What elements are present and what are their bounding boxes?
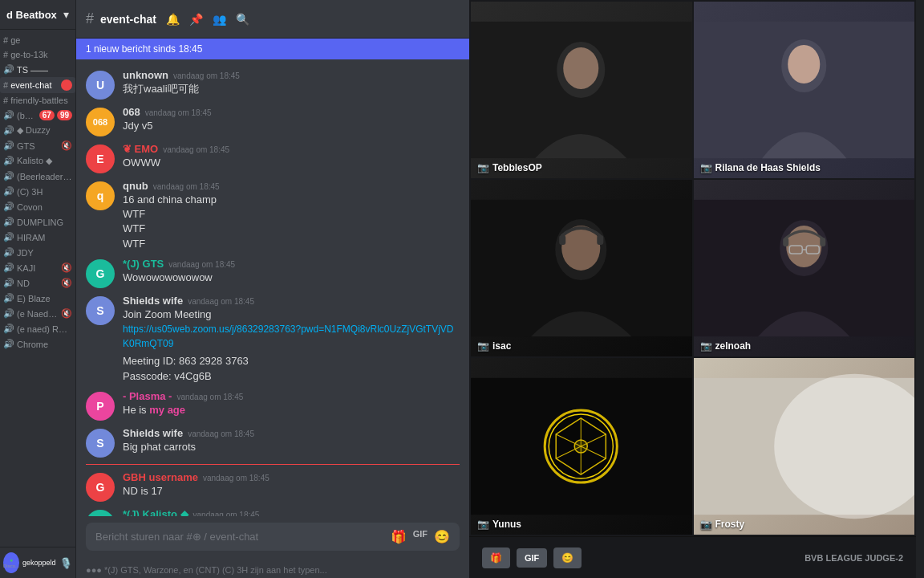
voice-icon-dumpling: 🔊 xyxy=(3,217,14,227)
voice-icon-nd: 🔊 xyxy=(3,278,14,288)
sidebar-item-roman[interactable]: 🔊 (e naed) Roman... xyxy=(0,321,75,336)
sidebar-item-beerleader[interactable]: 🔊 (Beerleader) Sh... xyxy=(0,169,75,184)
hash-icon: # xyxy=(3,35,8,45)
message-content-7: - Plasma - vandaag om 18:45 He is my age xyxy=(123,390,460,421)
channel-list: # ge # ge-to-13k 🔊 TS —— # event-chat # … xyxy=(0,30,75,547)
message-header-3: ❦ EMO vandaag om 18:45 xyxy=(123,143,460,155)
sidebar-item-eblaze[interactable]: 🔊 E) Blaze xyxy=(0,291,75,306)
sidebar-item-ge-to-13k[interactable]: # ge-to-13k xyxy=(0,47,75,62)
channel-name-covon: Covon xyxy=(17,202,72,212)
sidebar-item-nd[interactable]: 🔊 ND 🔇 xyxy=(0,275,75,291)
svg-rect-18 xyxy=(820,238,825,246)
pin-icon[interactable]: 📌 xyxy=(189,13,203,26)
mic-icon[interactable]: 🎙️ xyxy=(59,557,72,569)
new-message-notification[interactable]: 1 nieuw bericht sinds 18:45 xyxy=(76,39,469,59)
gift-button[interactable]: 🎁 xyxy=(482,547,510,568)
badge-99: 99 xyxy=(57,110,72,120)
sidebar-item-dumpling[interactable]: 🔊 DUMPLING xyxy=(0,214,75,230)
message-text-3: OWWW xyxy=(123,156,460,170)
server-name-label: BVB LEAGUE JUDGE-2 xyxy=(804,553,903,563)
participant-name-tebblesop: 📷 TebblesOP xyxy=(477,162,542,173)
sidebar-item-gts[interactable]: 🔊 GTS 🔇 xyxy=(0,138,75,153)
svg-point-2 xyxy=(563,47,598,89)
message-text-4b: WTF xyxy=(123,207,460,222)
timestamp-6: vandaag om 18:45 xyxy=(188,297,254,306)
svg-point-26 xyxy=(574,440,587,453)
channel-name-eblaze: E) Blaze xyxy=(17,294,72,303)
message-header-6: Shields wife vandaag om 18:45 xyxy=(123,295,460,307)
chevron-down-icon: ▾ xyxy=(63,8,69,21)
avatar-7: P xyxy=(86,392,115,421)
author-8: Shields wife xyxy=(123,427,183,439)
participant-name-zelnoah: 📷 zelnoah xyxy=(700,340,752,352)
server-header[interactable]: d Beatbox ▾ xyxy=(0,0,75,30)
video-tile-frosty[interactable]: 📷 Frosty xyxy=(694,358,915,535)
gift-icon[interactable]: 🎁 xyxy=(391,529,407,544)
sidebar-item-kalisto[interactable]: 🔊 Kalisto ◆ xyxy=(0,153,75,169)
server-info: BVB LEAGUE JUDGE-2 xyxy=(804,553,903,563)
message-text-5: Wowowowowowow xyxy=(123,271,460,285)
channel-name-roman: (e naed) Roman... xyxy=(17,324,72,334)
author-5: *(J) GTS xyxy=(123,258,164,270)
sidebar-item-chrome[interactable]: 🔊 Chrome xyxy=(0,336,75,352)
chat-input[interactable] xyxy=(95,531,384,543)
badge-67: 67 xyxy=(39,110,55,120)
members-icon[interactable]: 👥 xyxy=(213,13,226,26)
sidebar-item-duzzy[interactable]: 🔊 ◆ Duzzy xyxy=(0,123,75,138)
channel-name-paxan: (e Naed) PAXAN xyxy=(17,309,59,319)
sidebar-item-event-chat[interactable]: # event-chat xyxy=(0,77,75,93)
sidebar-item-friendly-battles[interactable]: # friendly-battles xyxy=(0,93,75,108)
participant-name-rilana: 📷 Rilana de Haas Shields xyxy=(700,162,821,173)
chat-input-area: 🎁 GIF 😊 xyxy=(76,516,469,564)
video-tile-rilana[interactable]: 📷 Rilana de Haas Shields xyxy=(694,2,915,178)
message-header-9: GBH username vandaag om 18:45 xyxy=(123,471,460,483)
sidebar-item-paxan[interactable]: 🔊 (e Naed) PAXAN 🔇 xyxy=(0,306,75,321)
user-status: ● xyxy=(10,557,13,563)
channel-name-ge-to-13k: ge-to-13k xyxy=(10,50,72,59)
mute-icon-paxan: 🔇 xyxy=(61,308,72,319)
sidebar-item-covon[interactable]: 🔊 Covon xyxy=(0,199,75,214)
sidebar-item-jdy[interactable]: 🔊 JDY xyxy=(0,245,75,260)
avatar-3: E xyxy=(86,144,115,173)
message-5: G *(J) GTS vandaag om 18:45 Wowowowowowo… xyxy=(76,254,469,291)
gif-icon[interactable]: GIF xyxy=(413,529,428,544)
bell-icon[interactable]: 🔔 xyxy=(166,13,180,26)
video-tile-yunus[interactable]: 📷 Yunus xyxy=(471,358,692,535)
chat-panel: # event-chat 🔔 📌 👥 🔍 1 nieuw bericht sin… xyxy=(76,0,469,578)
emoji-icon[interactable]: 😊 xyxy=(434,529,450,544)
zoom-link[interactable]: https://us05web.zoom.us/j/86329283763?pw… xyxy=(123,324,454,349)
sidebar: d Beatbox ▾ # ge # ge-to-13k 🔊 TS —— # e… xyxy=(0,0,76,578)
voice-icon-jdy: 🔊 xyxy=(3,247,14,258)
cam-icon-rilana: 📷 xyxy=(700,162,712,173)
message-3: E ❦ EMO vandaag om 18:45 OWWW xyxy=(76,140,469,177)
sidebar-item-kaji[interactable]: 🔊 KAJI 🔇 xyxy=(0,260,75,275)
voice-icon-paxan: 🔊 xyxy=(3,308,14,319)
gif-button[interactable]: GIF xyxy=(517,548,547,568)
server-name: d Beatbox xyxy=(6,9,57,21)
emoji-button[interactable]: 😊 xyxy=(553,547,582,568)
timestamp-3: vandaag om 18:45 xyxy=(163,145,229,154)
author-7: - Plasma - xyxy=(123,390,172,402)
svg-rect-17 xyxy=(783,238,788,246)
video-controls-right: BVB LEAGUE JUDGE-2 xyxy=(804,553,903,563)
sidebar-item-ge[interactable]: # ge xyxy=(0,33,75,47)
hash-icon-4: # xyxy=(3,96,8,105)
search-icon[interactable]: 🔍 xyxy=(236,13,249,26)
voice-icon-ts: 🔊 xyxy=(3,64,14,75)
video-tile-zelnoah[interactable]: 📷 zelnoah xyxy=(694,180,915,356)
sidebar-item-hiram[interactable]: 🔊 HIRAM xyxy=(0,230,75,245)
mute-icon-nd: 🔇 xyxy=(61,278,72,288)
message-header-1: unknown vandaag om 18:45 xyxy=(123,69,460,81)
video-tile-isac[interactable]: 📷 isac xyxy=(471,180,692,356)
user-status-text: Disco... xyxy=(3,564,19,568)
video-tile-tebblesop[interactable]: 📷 TebblesOP xyxy=(471,2,692,178)
timestamp-1: vandaag om 18:45 xyxy=(173,71,240,80)
message-content-5: *(J) GTS vandaag om 18:45 Wowowowowowow xyxy=(123,258,460,288)
sidebar-item-ts[interactable]: 🔊 TS —— xyxy=(0,62,75,77)
sidebar-item-beeb-league[interactable]: 🔊 (beeb) 67 99 xyxy=(0,108,75,123)
message-text-7: He is my age xyxy=(123,403,460,417)
participant-name-yunus: 📷 Yunus xyxy=(477,519,521,530)
sidebar-item-c3h[interactable]: 🔊 (C) 3H xyxy=(0,184,75,199)
hash-icon-3: # xyxy=(3,80,8,90)
voice-icon-kaji: 🔊 xyxy=(3,263,14,273)
